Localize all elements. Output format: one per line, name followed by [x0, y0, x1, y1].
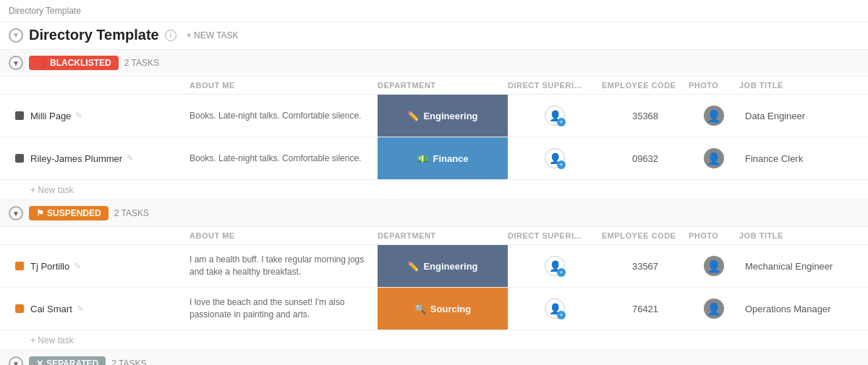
- info-icon[interactable]: i: [165, 30, 176, 41]
- about-cell: Books. Late-night talks. Comfortable sil…: [190, 110, 378, 122]
- avatar-icon: 👤: [707, 259, 721, 273]
- edit-icon[interactable]: ✎: [127, 153, 134, 163]
- add-task-row-blacklisted: + New task: [0, 180, 868, 199]
- photo-avatar: 👤: [704, 299, 724, 319]
- photo-cell: 👤: [689, 106, 739, 126]
- page-title: Directory Template: [29, 27, 159, 43]
- section-toggle-blacklisted[interactable]: ▼: [9, 56, 23, 70]
- col-empcode: EMPLOYEE CODE: [602, 81, 689, 90]
- page-title-row: ▼ Directory Template i + NEW TASK: [0, 22, 868, 49]
- supervisor-cell: 👤 +: [508, 106, 602, 126]
- department-badge: ✏️ Engineering: [378, 245, 508, 287]
- avatar-icon: 👤: [707, 109, 721, 123]
- section-header-blacklisted: ▼ 🚫 BLACKLISTED 2 TASKS: [0, 49, 868, 77]
- name-cell: Riley-James Plummer ✎: [30, 153, 190, 164]
- job-title-cell: Data Engineer: [739, 111, 855, 121]
- department-badge: 🔍 Sourcing: [378, 288, 508, 330]
- row-checkbox[interactable]: [15, 154, 24, 163]
- supervisor-add-icon[interactable]: +: [557, 268, 566, 277]
- supervisor-avatar[interactable]: 👤 +: [545, 148, 565, 168]
- row-checkbox[interactable]: [15, 304, 24, 313]
- supervisor-cell: 👤 +: [508, 256, 602, 276]
- new-task-button[interactable]: + NEW TASK: [182, 29, 243, 42]
- supervisor-cell: 👤 +: [508, 148, 602, 168]
- job-title-cell: Operations Manager: [739, 304, 855, 314]
- department-cell: ✏️ Engineering: [378, 95, 508, 137]
- dept-icon: 🔍: [414, 304, 426, 314]
- supervisor-cell: 👤 +: [508, 299, 602, 319]
- job-title-cell: Mechanical Engineer: [739, 261, 855, 272]
- row-check-cell: [9, 304, 30, 313]
- dept-label: Engineering: [423, 261, 477, 272]
- supervisor-avatar[interactable]: 👤 +: [545, 256, 565, 276]
- table-row: Milli Page ✎ Books. Late-night talks. Co…: [0, 95, 868, 137]
- col-about: ABOUT ME: [190, 231, 378, 240]
- employee-name: Tj Portillo: [30, 261, 69, 272]
- dept-label: Finance: [433, 153, 468, 164]
- tasks-count-separated: 2 TASKS: [111, 358, 146, 365]
- add-task-link[interactable]: + New task: [30, 335, 74, 345]
- col-headers-blacklisted: ABOUT ME DEPARTMENT DIRECT SUPERI... EMP…: [0, 77, 868, 95]
- col-empcode: EMPLOYEE CODE: [602, 231, 689, 240]
- row-check-cell: [9, 154, 30, 163]
- row-check-cell: [9, 111, 30, 120]
- status-badge-suspended: ⚑ SUSPENDED: [29, 206, 109, 220]
- job-title-cell: Finance Clerk: [739, 153, 855, 164]
- col-photo: PHOTO: [689, 81, 739, 90]
- col-jobtitle: JOB TITLE: [739, 81, 855, 90]
- breadcrumb-bar: Directory Template: [0, 0, 868, 22]
- row-check-cell: [9, 262, 30, 270]
- dept-icon: ✏️: [407, 261, 419, 272]
- supervisor-add-icon[interactable]: +: [557, 118, 566, 126]
- photo-avatar: 👤: [704, 148, 724, 168]
- department-badge: ✏️ Engineering: [378, 95, 508, 137]
- breadcrumb: Directory Template: [9, 6, 81, 16]
- col-about: ABOUT ME: [190, 81, 378, 90]
- dept-label: Sourcing: [430, 304, 471, 314]
- dept-icon: 💵: [417, 153, 428, 164]
- department-cell: 💵 Finance: [378, 137, 508, 179]
- photo-cell: 👤: [689, 256, 739, 276]
- badge-label-suspended: SUSPENDED: [47, 208, 101, 218]
- badge-icon-blacklisted: 🚫: [36, 58, 47, 68]
- supervisor-add-icon[interactable]: +: [557, 311, 566, 319]
- employee-name: Riley-James Plummer: [30, 153, 122, 164]
- badge-label-separated: SEPARATED: [46, 358, 98, 365]
- col-jobtitle: JOB TITLE: [739, 231, 855, 240]
- col-department: DEPARTMENT: [378, 231, 508, 240]
- supervisor-add-icon[interactable]: +: [557, 160, 566, 169]
- table-row: Cai Smart ✎ I love the beach and the sun…: [0, 288, 868, 330]
- photo-cell: 👤: [689, 148, 739, 168]
- edit-icon[interactable]: ✎: [74, 261, 81, 271]
- section-toggle-separated[interactable]: ▼: [9, 356, 23, 365]
- add-task-row-suspended: + New task: [0, 330, 868, 350]
- about-cell: I love the beach and the sunset! I'm als…: [190, 296, 378, 321]
- col-photo: PHOTO: [689, 231, 739, 240]
- status-badge-separated: ✕ SEPARATED: [29, 356, 106, 365]
- status-badge-blacklisted: 🚫 BLACKLISTED: [29, 56, 119, 70]
- row-checkbox[interactable]: [15, 111, 24, 120]
- badge-label-blacklisted: BLACKLISTED: [50, 58, 111, 68]
- supervisor-avatar[interactable]: 👤 +: [545, 106, 565, 126]
- table-row: Tj Portillo ✎ I am a health buff. I take…: [0, 245, 868, 288]
- employee-code-cell: 33567: [602, 261, 689, 272]
- dept-label: Engineering: [423, 111, 477, 121]
- badge-icon-suspended: ⚑: [36, 208, 44, 218]
- supervisor-avatar[interactable]: 👤 +: [545, 299, 565, 319]
- edit-icon[interactable]: ✎: [77, 304, 84, 314]
- photo-cell: 👤: [689, 299, 739, 319]
- add-task-link[interactable]: + New task: [30, 185, 74, 195]
- section-toggle-suspended[interactable]: ▼: [9, 206, 23, 220]
- collapse-icon[interactable]: ▼: [9, 28, 23, 43]
- avatar-icon: 👤: [707, 302, 721, 316]
- employee-code-cell: 09632: [602, 153, 689, 164]
- about-cell: Books. Late-night talks. Comfortable sil…: [190, 153, 378, 165]
- employee-name: Cai Smart: [30, 304, 72, 314]
- col-headers-suspended: ABOUT ME DEPARTMENT DIRECT SUPERI... EMP…: [0, 227, 868, 245]
- col-supervisor: DIRECT SUPERI...: [508, 81, 602, 90]
- name-cell: Cai Smart ✎: [30, 304, 190, 314]
- row-checkbox[interactable]: [15, 262, 24, 270]
- table-row: Riley-James Plummer ✎ Books. Late-night …: [0, 137, 868, 180]
- edit-icon[interactable]: ✎: [75, 111, 82, 121]
- department-badge: 💵 Finance: [378, 137, 508, 179]
